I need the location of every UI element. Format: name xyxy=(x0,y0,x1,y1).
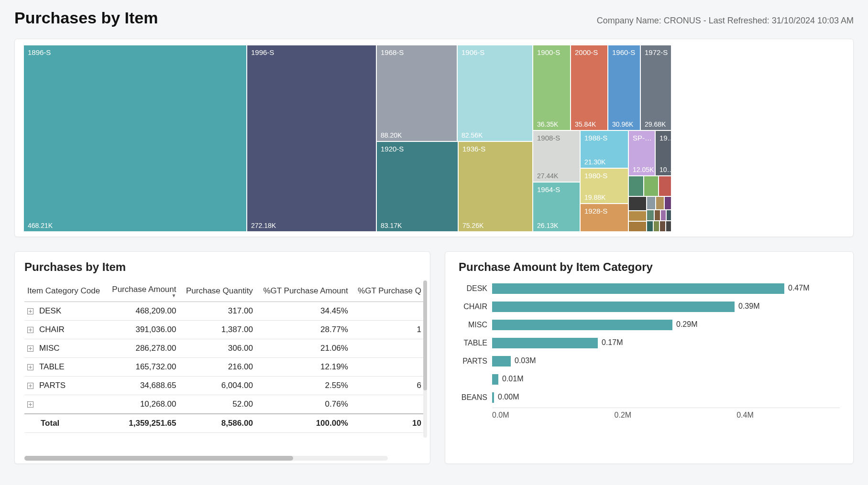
expand-icon[interactable] xyxy=(27,364,33,370)
treemap-cell-label: 1964-S xyxy=(537,185,576,194)
bar-category-label: PARTS xyxy=(459,357,492,366)
bar-value-label: 0.47M xyxy=(788,284,809,292)
bar-row[interactable]: PARTS0.03M xyxy=(459,353,840,369)
treemap-cell[interactable] xyxy=(654,210,660,221)
treemap-cell[interactable] xyxy=(628,196,647,211)
treemap-cell[interactable]: 1980-S19.88K xyxy=(580,168,628,204)
bar-row[interactable]: 0.01M xyxy=(459,371,840,388)
purchases-table[interactable]: Item Category CodePurchase Amount▼Purcha… xyxy=(24,280,426,433)
table-row[interactable]: MISC286,278.00306.0021.06% xyxy=(24,339,426,358)
bar-row[interactable]: CHAIR0.39M xyxy=(459,299,840,315)
expand-icon[interactable] xyxy=(27,345,33,352)
treemap-cell-value: 10… xyxy=(659,166,667,173)
treemap-cell-value: 83.17K xyxy=(381,222,454,229)
row-label: DESK xyxy=(39,306,61,315)
sort-indicator-icon: ▼ xyxy=(110,294,176,297)
cell-value: 12.19% xyxy=(258,358,353,377)
table-row[interactable]: CHAIR391,036.001,387.0028.77%1 xyxy=(24,321,426,339)
treemap-cell-label: 1960-S xyxy=(612,48,636,56)
column-header[interactable]: Purchase Quantity xyxy=(181,280,258,302)
cell-value: 317.00 xyxy=(181,302,258,321)
treemap-cell[interactable] xyxy=(628,221,647,232)
bar-row[interactable]: DESK0.47M xyxy=(459,280,840,297)
treemap-cell-value: 29.68K xyxy=(645,120,667,128)
table-row[interactable]: 10,268.0052.000.76% xyxy=(24,395,426,414)
bar-value-label: 0.39M xyxy=(738,302,759,311)
treemap-cell-label: 1936-S xyxy=(462,145,528,153)
treemap-cell[interactable] xyxy=(647,196,656,210)
horizontal-scrollbar[interactable] xyxy=(24,456,388,461)
treemap-cell[interactable] xyxy=(644,176,659,196)
treemap-cell[interactable] xyxy=(653,221,659,232)
treemap-cell-label: 1896-S xyxy=(28,48,242,56)
treemap-cell[interactable]: 1960-S30.96K xyxy=(608,45,640,130)
treemap-cell[interactable] xyxy=(666,221,671,232)
treemap-cell[interactable] xyxy=(659,221,666,232)
cell-value: 6,004.00 xyxy=(181,377,258,395)
bar-row[interactable]: MISC0.29M xyxy=(459,317,840,333)
expand-icon[interactable] xyxy=(27,401,33,408)
bar-fill xyxy=(492,302,735,312)
row-label: TABLE xyxy=(39,362,65,371)
bar-category-label: MISC xyxy=(459,321,492,329)
expand-icon[interactable] xyxy=(27,308,33,314)
table-row[interactable]: PARTS34,688.656,004.002.55%6 xyxy=(24,377,426,395)
treemap-cell[interactable]: 1996-S272.18K xyxy=(247,45,376,232)
treemap-cell-label: 19… xyxy=(659,134,667,142)
table-row[interactable]: TABLE165,732.00216.0012.19% xyxy=(24,358,426,377)
column-header[interactable]: Item Category Code xyxy=(24,280,107,302)
page-header: Purchases by Item Company Name: CRONUS -… xyxy=(14,0,854,39)
table-row[interactable]: DESK468,209.00317.0034.45% xyxy=(24,302,426,321)
cell-value: 28.77% xyxy=(258,321,353,339)
bar-value-label: 0.01M xyxy=(502,375,523,383)
treemap-cell[interactable]: 1964-S26.13K xyxy=(533,182,580,232)
treemap-cell[interactable]: 1920-S83.17K xyxy=(376,141,458,232)
treemap-cell[interactable]: 1936-S75.26K xyxy=(458,141,533,232)
bar-row[interactable]: TABLE0.17M xyxy=(459,335,840,351)
cell-value xyxy=(353,358,426,377)
expand-icon[interactable] xyxy=(27,383,33,389)
treemap-cell[interactable]: 2000-S35.84K xyxy=(571,45,608,130)
treemap-cell[interactable]: 1928-S xyxy=(580,204,628,232)
treemap-cell[interactable]: 1988-S21.30K xyxy=(580,130,628,168)
treemap-cell[interactable]: 1968-S88.20K xyxy=(376,45,457,141)
treemap-cell[interactable]: 1972-S29.68K xyxy=(640,45,671,130)
treemap-cell[interactable] xyxy=(660,210,666,221)
cell-value: 1,387.00 xyxy=(181,321,258,339)
bar-row[interactable]: BEANS0.00M xyxy=(459,389,840,406)
treemap-chart[interactable]: 1896-S468.21K1996-S272.18K1968-S88.20K19… xyxy=(14,39,854,237)
cell-value: 286,278.00 xyxy=(107,339,181,358)
treemap-cell[interactable] xyxy=(628,211,647,221)
cell-value xyxy=(353,302,426,321)
treemap-cell[interactable] xyxy=(647,210,654,221)
treemap-cell-value: 27.44K xyxy=(537,172,576,180)
column-header[interactable]: %GT Purchase Q xyxy=(353,280,426,302)
row-label: MISC xyxy=(39,344,60,353)
column-header[interactable]: %GT Purchase Amount xyxy=(258,280,353,302)
treemap-cell-label: SP-… xyxy=(633,134,651,142)
treemap-cell[interactable]: 1906-S82.56K xyxy=(457,45,533,141)
treemap-cell[interactable]: SP-…12.05K xyxy=(628,130,655,176)
expand-icon[interactable] xyxy=(27,327,33,333)
treemap-cell[interactable] xyxy=(628,176,644,196)
treemap-cell[interactable] xyxy=(666,210,671,221)
treemap-cell[interactable]: 19…10… xyxy=(655,130,671,176)
treemap-cell[interactable] xyxy=(647,221,653,232)
column-header[interactable]: Purchase Amount▼ xyxy=(107,280,181,302)
axis-tick: 0.2M xyxy=(615,411,632,420)
bar-fill xyxy=(492,338,598,348)
bar-value-label: 0.03M xyxy=(515,356,536,365)
treemap-cell[interactable] xyxy=(659,176,671,196)
bar-chart-title: Purchase Amount by Item Category xyxy=(459,260,840,274)
bar-category-label: CHAIR xyxy=(459,302,492,311)
treemap-cell[interactable] xyxy=(656,196,664,210)
treemap-cell[interactable]: 1908-S27.44K xyxy=(533,130,580,182)
treemap-cell[interactable] xyxy=(664,196,671,210)
treemap-cell[interactable]: 1900-S36.35K xyxy=(533,45,571,130)
treemap-cell-value: 272.18K xyxy=(251,222,372,229)
treemap-cell-value: 30.96K xyxy=(612,120,636,128)
bar-category-label: DESK xyxy=(459,284,492,293)
vertical-scrollbar[interactable] xyxy=(423,280,427,438)
treemap-cell[interactable]: 1896-S468.21K xyxy=(23,45,247,232)
bar-chart-panel[interactable]: Purchase Amount by Item Category DESK0.4… xyxy=(445,251,854,464)
